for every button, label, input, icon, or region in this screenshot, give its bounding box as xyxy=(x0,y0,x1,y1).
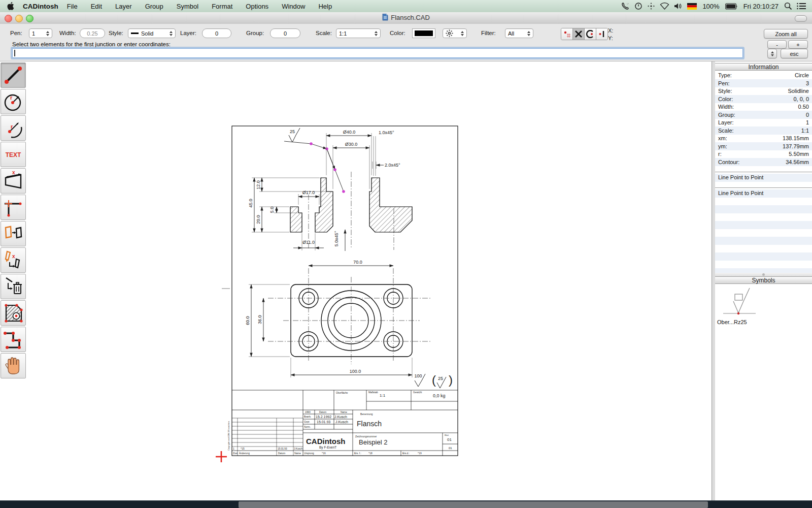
layer-field[interactable]: 0 xyxy=(202,28,231,38)
notification-list-icon[interactable] xyxy=(797,3,806,10)
menu-file[interactable]: File xyxy=(60,3,84,10)
filter-stepper[interactable]: All xyxy=(505,28,533,38)
menu-window[interactable]: Window xyxy=(275,3,312,10)
symbols-panel-header[interactable]: Symbols xyxy=(715,276,812,284)
arc-tool-icon: r xyxy=(2,117,24,139)
zoom-out-button[interactable]: - xyxy=(767,40,787,49)
battery-icon[interactable] xyxy=(725,3,738,10)
zoom-stepper[interactable] xyxy=(767,49,777,58)
zoom-in-button[interactable]: + xyxy=(788,40,808,49)
polyline-tool[interactable] xyxy=(1,327,26,352)
dim-label: 36.0 xyxy=(257,315,262,324)
dim-label: 100.0 xyxy=(350,369,361,374)
menu-bar: CADintosh File Edit Layer Group Symbol F… xyxy=(0,0,812,13)
line-style-glyph xyxy=(131,33,139,34)
titleblock-value: 15.2.1992 xyxy=(316,415,331,419)
titleblock-value: J.Kusch xyxy=(334,415,347,419)
menu-layer[interactable]: Layer xyxy=(109,3,139,10)
selection-handle[interactable] xyxy=(333,168,336,171)
titleblock-value: 1 xyxy=(233,448,234,450)
horizontal-scrollbar-track[interactable] xyxy=(0,500,812,508)
history-entry[interactable]: Line Point to Point xyxy=(718,189,763,197)
paren-close: ) xyxy=(449,373,453,387)
titleblock-brand: CADintosh xyxy=(306,437,346,446)
escape-button[interactable]: esc xyxy=(781,49,808,58)
scale-stepper[interactable]: 1:1 xyxy=(336,28,381,38)
coordinate-input[interactable] xyxy=(12,48,743,58)
line-tool[interactable] xyxy=(1,62,26,88)
menu-group[interactable]: Group xyxy=(139,3,170,10)
snap-endpoint-button[interactable] xyxy=(596,28,607,40)
phone-icon[interactable] xyxy=(622,2,630,10)
volume-icon[interactable] xyxy=(674,3,683,10)
titleblock-label: Ers. f.: xyxy=(354,452,361,455)
menu-format[interactable]: Format xyxy=(205,3,239,10)
circle-radius-tool[interactable]: r xyxy=(1,89,26,114)
construction-lines-tool[interactable] xyxy=(1,195,26,220)
selection-handle[interactable] xyxy=(325,147,328,150)
history-entry[interactable]: Line Point to Point xyxy=(718,174,763,181)
sync-icon[interactable] xyxy=(634,2,642,10)
snap-intersection-button[interactable] xyxy=(573,28,585,40)
zoom-all-button[interactable]: Zoom all xyxy=(764,29,808,39)
cadintosh-app: 25 Ø40.0 1.0x45° Ø30.0 xyxy=(0,0,812,508)
pen-label: Pen: xyxy=(10,30,22,36)
keyboard-layout-flag-icon[interactable] xyxy=(687,3,697,10)
surface-symbol-preview[interactable] xyxy=(722,287,768,318)
spotlight-search-icon[interactable] xyxy=(784,2,792,10)
info-row-ym: ym:137.79mm xyxy=(715,143,812,151)
titleblock-label: Ursprung xyxy=(304,452,314,455)
titleblock-label: Zeichnungsnummer xyxy=(355,435,377,438)
drawing-canvas[interactable]: 25 Ø40.0 1.0x45° Ø30.0 xyxy=(0,0,812,508)
menu-help[interactable]: Help xyxy=(312,3,339,10)
dimension-tool[interactable]: x xyxy=(1,168,26,194)
titleblock-label: Gewicht xyxy=(413,391,422,394)
info-row-color: Color:0, 0, 0 xyxy=(715,96,812,104)
titleblock-value: 0,0 kg xyxy=(433,393,446,398)
apple-menu-icon[interactable] xyxy=(7,2,15,11)
info-row-style: Style:Solidline xyxy=(715,87,812,96)
snap-grid-button[interactable] xyxy=(561,28,573,40)
app-menu[interactable]: CADintosh xyxy=(23,3,58,10)
info-row-r: r:5.50mm xyxy=(715,150,812,158)
battery-percentage[interactable]: 100% xyxy=(701,3,720,10)
copy-tool[interactable] xyxy=(1,221,26,246)
group-field[interactable]: 0 xyxy=(270,28,300,38)
arc-radius-tool[interactable]: r xyxy=(1,115,26,141)
toolbar-toggle-widget[interactable] xyxy=(795,15,807,22)
titleblock-label: 1993 xyxy=(305,411,311,414)
selection-handle[interactable] xyxy=(342,190,345,193)
filter-label: Filter: xyxy=(481,30,496,36)
window-title-bar[interactable]: Flansch.CAD xyxy=(0,12,812,24)
settings-stepper[interactable] xyxy=(443,28,467,38)
delete-tool[interactable] xyxy=(1,274,26,299)
info-row-scale: Scale:1:1 xyxy=(715,127,812,135)
dimension-tool-icon: x xyxy=(2,170,24,192)
modify-tool[interactable]: x xyxy=(1,247,26,273)
menu-options[interactable]: Options xyxy=(239,3,275,10)
command-prompt-text: Select two elements for the first juncti… xyxy=(12,41,171,47)
dim-label: 60.0 xyxy=(245,316,250,325)
snap-center-button[interactable] xyxy=(585,28,596,40)
gear-icon xyxy=(446,29,453,37)
titleblock-label: Name xyxy=(294,452,301,455)
wifi-icon[interactable] xyxy=(660,3,669,10)
horizontal-scrollbar-thumb[interactable] xyxy=(239,501,708,508)
menu-symbol[interactable]: Symbol xyxy=(170,3,205,10)
titleblock-label: Blatt xyxy=(445,434,449,436)
titleblock-value: ^15 xyxy=(241,448,245,450)
selection-handle[interactable] xyxy=(310,142,313,145)
color-swatch[interactable] xyxy=(412,28,435,38)
information-panel-header[interactable]: Information xyxy=(715,63,812,71)
pan-tool[interactable] xyxy=(1,353,26,378)
menu-clock[interactable]: Fri 20:10:27 xyxy=(742,3,780,10)
pen-stepper[interactable]: 1 xyxy=(29,28,52,38)
text-tool[interactable]: TEXT xyxy=(1,142,26,167)
accessibility-icon[interactable] xyxy=(647,2,655,10)
width-field[interactable]: 0.25 xyxy=(80,28,105,38)
style-stepper[interactable]: Solid xyxy=(128,28,176,38)
hatch-tool[interactable] xyxy=(1,300,26,326)
menu-edit[interactable]: Edit xyxy=(84,3,109,10)
document-icon xyxy=(382,14,388,21)
titleblock-part-name: Flansch xyxy=(357,420,382,428)
